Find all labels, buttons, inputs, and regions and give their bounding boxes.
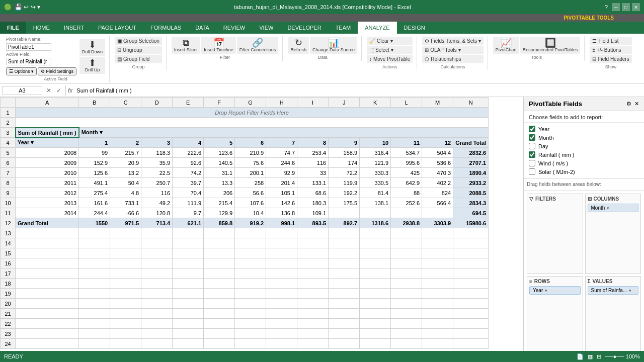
filters-area[interactable]: ▽ FILTERS xyxy=(527,194,583,274)
pivottable-name-input[interactable] xyxy=(6,43,51,51)
tab-team[interactable]: TEAM xyxy=(329,22,358,34)
tab-developer[interactable]: DEVELOPER xyxy=(280,22,328,34)
values-sum-chip[interactable]: Sum of Rainfa... ▾ xyxy=(588,286,639,295)
pivot-panel-close-icon[interactable]: ✕ xyxy=(634,101,639,107)
field-checkbox-year[interactable] xyxy=(529,126,535,132)
col-header-L[interactable]: L xyxy=(391,98,422,108)
values-area[interactable]: Σ VALUES Sum of Rainfa... ▾ xyxy=(585,276,641,355)
cancel-formula-button[interactable]: ✕ xyxy=(44,86,53,95)
zoom-slider[interactable]: ──●── 100% xyxy=(605,353,640,359)
fields-items-sets-button[interactable]: ⚙ Fields, Items, & Sets ▾ xyxy=(422,37,483,45)
row-header-19[interactable]: 19 xyxy=(1,289,16,299)
field-item-rainfall-(-mm-)[interactable]: Rainfall ( mm ) xyxy=(527,150,641,159)
normal-view-icon[interactable]: ▦ xyxy=(588,353,593,360)
options-button[interactable]: ☰ Options ▾ xyxy=(6,67,37,75)
plus-minus-button[interactable]: ± +/- Buttons xyxy=(590,46,631,54)
field-item-day[interactable]: Day xyxy=(527,142,641,150)
row-header-6[interactable]: 6 xyxy=(1,158,16,168)
select-button[interactable]: ⬚ Select ▾ xyxy=(367,46,413,54)
col-header-D[interactable]: D xyxy=(141,98,173,108)
col-header-G[interactable]: G xyxy=(235,98,266,108)
olap-tools-button[interactable]: ⊞ OLAP Tools ▾ xyxy=(422,46,483,54)
row-header-4[interactable]: 4 xyxy=(1,138,16,148)
insert-slicer-button[interactable]: ⧉ Insert Slicer xyxy=(172,37,201,54)
row-header-14[interactable]: 14 xyxy=(1,238,16,248)
field-checkbox-wind-(-m/s-)[interactable] xyxy=(529,160,535,166)
confirm-formula-button[interactable]: ✓ xyxy=(54,86,63,95)
formula-input[interactable] xyxy=(74,86,642,95)
row-header-23[interactable]: 23 xyxy=(1,329,16,339)
row-header-15[interactable]: 15 xyxy=(1,248,16,258)
field-item-month[interactable]: Month xyxy=(527,133,641,142)
move-pivottable-button[interactable]: ↕ Move PivotTable xyxy=(367,55,413,63)
page-layout-icon[interactable]: 📄 xyxy=(577,353,584,360)
col-header-E[interactable]: E xyxy=(173,98,204,108)
page-break-icon[interactable]: ⊟ xyxy=(597,353,601,360)
field-headers-button[interactable]: ⊟ Field Headers xyxy=(590,55,631,63)
row-header-7[interactable]: 7 xyxy=(1,168,16,178)
tab-review[interactable]: REVIEW xyxy=(216,22,252,34)
row-header-11[interactable]: 11 xyxy=(1,208,16,218)
columns-month-chip[interactable]: Month ▾ xyxy=(588,204,639,212)
row-header-17[interactable]: 17 xyxy=(1,268,16,279)
row-header-13[interactable]: 13 xyxy=(1,228,16,238)
sheet-container[interactable]: A B C D E F G H I J K L M N xyxy=(0,97,523,362)
col-header-A[interactable]: A xyxy=(16,98,79,108)
col-header-C[interactable]: C xyxy=(110,98,141,108)
row-header-16[interactable]: 16 xyxy=(1,258,16,268)
row-header-8[interactable]: 8 xyxy=(1,178,16,188)
tab-data[interactable]: DATA xyxy=(188,22,216,34)
tab-page-layout[interactable]: PAGE LAYOUT xyxy=(91,22,143,34)
minimize-button[interactable]: ─ xyxy=(612,3,620,11)
row-header-20[interactable]: 20 xyxy=(1,299,16,309)
month-header-cell[interactable]: Month ▾ xyxy=(79,128,489,138)
pivot-panel-gear-icon[interactable]: ⚙ xyxy=(626,101,631,107)
field-checkbox-rainfall-(-mm-)[interactable] xyxy=(529,151,535,158)
field-settings-button[interactable]: ⚙ Field Settings xyxy=(38,67,76,75)
change-data-source-button[interactable]: 📊 Change Data Source xyxy=(310,37,357,54)
row-header-9[interactable]: 9 xyxy=(1,188,16,198)
row-header-22[interactable]: 22 xyxy=(1,319,16,329)
col-header-B[interactable]: B xyxy=(79,98,110,108)
help-icon[interactable]: ? xyxy=(605,4,608,10)
col-header-M[interactable]: M xyxy=(422,98,453,108)
row-header-5[interactable]: 5 xyxy=(1,148,16,158)
group-selection-button[interactable]: ▣ Group Selection xyxy=(115,37,162,45)
spreadsheet[interactable]: A B C D E F G H I J K L M N xyxy=(0,97,523,362)
col-header-J[interactable]: J xyxy=(329,98,360,108)
field-checkbox-day[interactable] xyxy=(529,143,535,149)
tab-view[interactable]: VIEW xyxy=(252,22,280,34)
row-header-18[interactable]: 18 xyxy=(1,279,16,289)
tab-design[interactable]: DESIGN xyxy=(397,22,432,34)
col-header-F[interactable]: F xyxy=(204,98,235,108)
rows-year-chip[interactable]: Year ▾ xyxy=(529,286,581,295)
columns-area[interactable]: ⊞ COLUMNS Month ▾ xyxy=(585,194,641,274)
rows-area[interactable]: ≡ ROWS Year ▾ xyxy=(527,276,583,355)
tab-home[interactable]: HOME xyxy=(26,22,57,34)
year-header[interactable]: Year ▾ xyxy=(16,138,79,148)
field-item-solar-(-mjm-2)[interactable]: Solar ( MJm-2) xyxy=(527,167,641,176)
row-header-10[interactable]: 10 xyxy=(1,198,16,208)
tab-formulas[interactable]: FORMULAS xyxy=(143,22,188,34)
tab-analyze[interactable]: ANALYZE xyxy=(358,22,396,34)
active-field-input[interactable] xyxy=(6,58,51,65)
col-header-I[interactable]: I xyxy=(297,98,329,108)
pivot-chart-button[interactable]: 📈 PivotChart xyxy=(493,37,519,54)
filter-connections-button[interactable]: 🔗 Filter Connections xyxy=(237,37,279,54)
insert-timeline-button[interactable]: 📅 Insert Timeline xyxy=(201,37,236,54)
col-header-K[interactable]: K xyxy=(360,98,391,108)
refresh-button[interactable]: ↻ Refresh xyxy=(288,37,309,54)
row-header-12[interactable]: 12 xyxy=(1,218,16,228)
row-header-21[interactable]: 21 xyxy=(1,309,16,319)
clear-button[interactable]: 🧹 Clear ▾ xyxy=(367,37,413,45)
row-header-3[interactable]: 3 xyxy=(1,128,16,138)
field-checkbox-solar-(-mjm-2)[interactable] xyxy=(529,168,535,175)
row-header-24[interactable]: 24 xyxy=(1,339,16,349)
recommended-pivottables-button[interactable]: 🔲 Recommended PivotTables xyxy=(520,37,581,54)
tab-insert[interactable]: INSERT xyxy=(57,22,91,34)
group-field-button[interactable]: ▤ Group Field xyxy=(115,55,162,63)
row-header-1[interactable]: 1 xyxy=(1,108,16,118)
field-item-wind-(-m/s-)[interactable]: Wind ( m/s ) xyxy=(527,159,641,167)
maximize-button[interactable]: □ xyxy=(622,3,630,11)
col-header-H[interactable]: H xyxy=(266,98,297,108)
